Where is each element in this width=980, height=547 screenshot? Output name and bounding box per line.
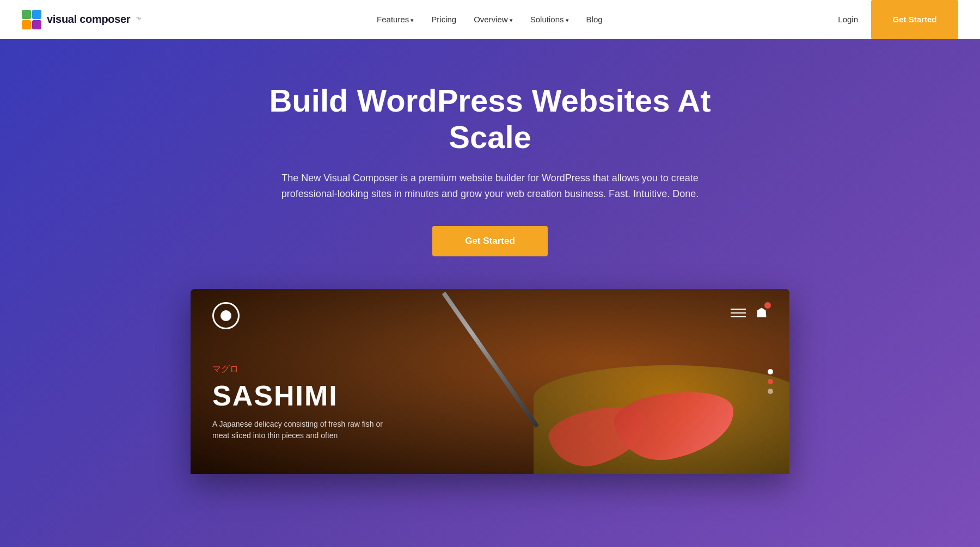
logo-icon	[22, 10, 41, 29]
nav-get-started-button[interactable]: Get Started	[871, 0, 958, 39]
demo-slider-dots	[768, 369, 773, 394]
brand-tm: ™	[136, 16, 141, 22]
demo-window: ☗ マグロ SASHIMI A Japanese delicacy consis…	[191, 289, 789, 474]
hero-section: Build WordPress Websites At Scale The Ne…	[0, 39, 980, 547]
nav-link-blog[interactable]: Blog	[586, 15, 603, 24]
nav-link-features[interactable]: Features	[377, 15, 414, 24]
demo-dot-2	[768, 379, 773, 384]
knife-blade	[442, 292, 539, 428]
nav-item-pricing[interactable]: Pricing	[431, 15, 456, 24]
login-link[interactable]: Login	[838, 15, 858, 24]
demo-sashimi-title: SASHIMI	[212, 379, 397, 412]
nav-link-overview[interactable]: Overview	[474, 15, 513, 24]
demo-hamburger-icon	[731, 309, 746, 317]
logo[interactable]: visual composer™	[22, 10, 141, 29]
demo-logo-circle	[212, 302, 240, 329]
nav-item-blog[interactable]: Blog	[586, 15, 603, 24]
demo-logo-inner-circle	[220, 310, 231, 321]
svg-rect-0	[22, 10, 31, 19]
demo-cart-icon: ☗	[756, 305, 768, 321]
demo-content: ☗ マグロ SASHIMI A Japanese delicacy consis…	[191, 289, 789, 474]
demo-description-text: A Japanese delicacy consisting of fresh …	[212, 419, 397, 441]
brand-name: visual composer	[47, 13, 130, 26]
demo-japanese-text: マグロ	[212, 364, 397, 375]
nav-item-solutions[interactable]: Solutions	[530, 15, 569, 24]
svg-rect-3	[32, 20, 41, 29]
svg-rect-2	[22, 20, 31, 29]
nav-right: Login Get Started	[838, 0, 958, 39]
nav-item-features[interactable]: Features	[377, 15, 414, 24]
hero-subtitle: The New Visual Composer is a premium web…	[278, 170, 702, 202]
demo-dot-3	[768, 389, 773, 394]
hero-cta-button[interactable]: Get Started	[432, 226, 548, 256]
nav-links: Features Pricing Overview Solutions Blog	[377, 15, 603, 24]
svg-rect-1	[32, 10, 41, 19]
hero-title: Build WordPress Websites At Scale	[245, 83, 735, 155]
demo-cart-badge	[764, 302, 771, 309]
nav-item-overview[interactable]: Overview	[474, 15, 513, 24]
nav-link-solutions[interactable]: Solutions	[530, 15, 569, 24]
nav-link-pricing[interactable]: Pricing	[431, 15, 456, 24]
demo-nav-icons: ☗	[731, 305, 768, 321]
demo-text-area: マグロ SASHIMI A Japanese delicacy consisti…	[212, 364, 397, 441]
navbar: visual composer™ Features Pricing Overvi…	[0, 0, 980, 39]
demo-dot-1	[768, 369, 773, 374]
